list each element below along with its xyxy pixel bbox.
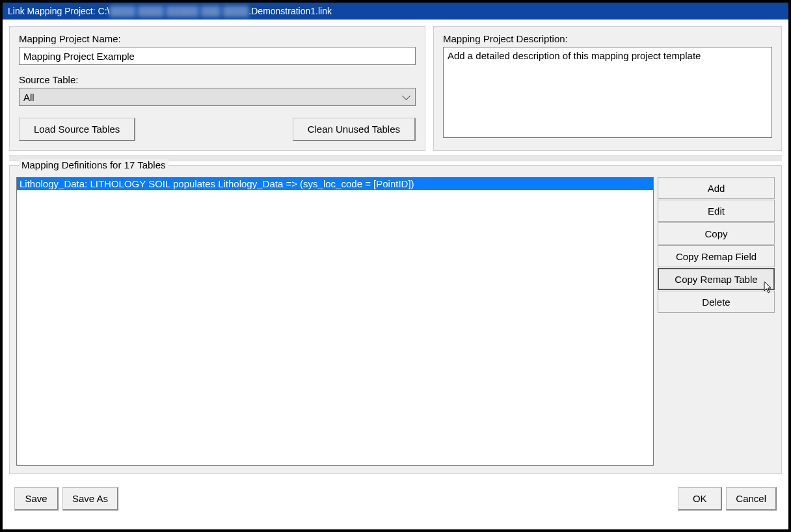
load-source-tables-button[interactable]: Load Source Tables	[19, 118, 135, 141]
definitions-panel: Mapping Definitions for 17 Tables Lithol…	[9, 165, 782, 474]
window-frame: Link Mapping Project: C:\████ ████ █████…	[3, 3, 788, 529]
titlebar-redacted: ████ ████ █████ ███ ████	[109, 3, 248, 20]
project-name-label: Mapping Project Name:	[19, 33, 416, 44]
list-item[interactable]: Lithology_Data: LITHOLOGY SOIL populates…	[17, 178, 653, 190]
ok-button[interactable]: OK	[678, 487, 722, 511]
copy-remap-table-button[interactable]: Copy Remap Table	[658, 268, 775, 290]
save-button[interactable]: Save	[14, 487, 59, 511]
titlebar-text-suffix: .Demonstration1.link	[248, 6, 332, 16]
project-name-input[interactable]	[19, 47, 416, 65]
description-label: Mapping Project Description:	[443, 33, 772, 44]
source-table-select[interactable]: All	[19, 88, 416, 106]
definitions-listbox[interactable]: Lithology_Data: LITHOLOGY SOIL populates…	[16, 177, 654, 466]
cancel-button[interactable]: Cancel	[726, 487, 777, 511]
client-area: Mapping Project Name: Source Table: All …	[3, 20, 788, 517]
save-as-button[interactable]: Save As	[62, 487, 118, 511]
definitions-body: Lithology_Data: LITHOLOGY SOIL populates…	[16, 177, 775, 466]
project-panel: Mapping Project Name: Source Table: All …	[9, 26, 425, 151]
definitions-actions: Add Edit Copy Copy Remap Field Copy Rema…	[658, 177, 775, 466]
description-panel: Mapping Project Description:	[433, 26, 782, 151]
copy-remap-field-button[interactable]: Copy Remap Field	[658, 245, 775, 267]
source-table-label: Source Table:	[19, 74, 416, 85]
footer: Save Save As OK Cancel	[9, 474, 782, 511]
titlebar-text-prefix: Link Mapping Project: C:\	[8, 6, 109, 16]
top-panels: Mapping Project Name: Source Table: All …	[9, 26, 782, 151]
edit-button[interactable]: Edit	[658, 200, 775, 222]
source-table-value: All	[23, 92, 34, 103]
description-textarea[interactable]	[443, 47, 772, 138]
copy-button[interactable]: Copy	[658, 222, 775, 245]
add-button[interactable]: Add	[658, 177, 775, 199]
delete-button[interactable]: Delete	[658, 291, 775, 313]
definitions-legend: Mapping Definitions for 17 Tables	[19, 159, 168, 170]
chevron-down-icon	[403, 95, 410, 99]
titlebar: Link Mapping Project: C:\████ ████ █████…	[3, 3, 788, 20]
clean-unused-tables-button[interactable]: Clean Unused Tables	[293, 118, 416, 141]
